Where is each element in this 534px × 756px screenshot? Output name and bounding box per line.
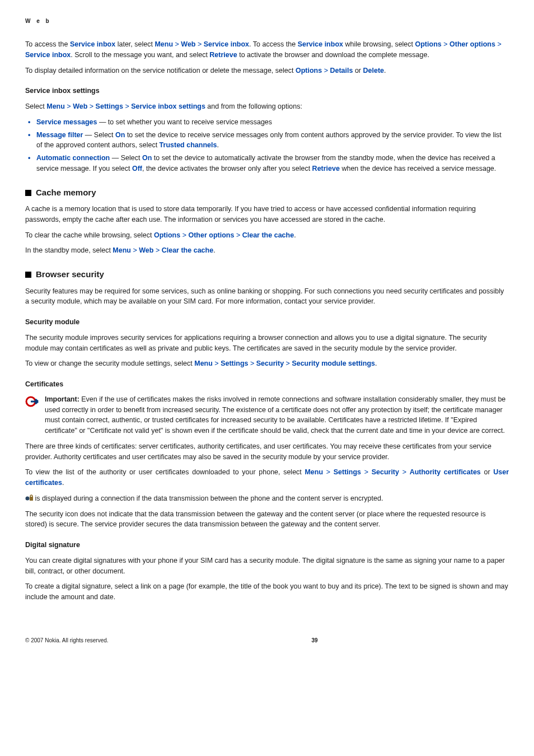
list-item: Message filter — Select On to set the de… xyxy=(25,130,509,151)
para-dsig-create: To create a digital signature, select a … xyxy=(25,581,509,603)
heading-text: Cache memory xyxy=(36,188,96,197)
text: To display detailed information on the s… xyxy=(25,67,296,74)
link-menu: Menu xyxy=(194,360,213,367)
text: or xyxy=(353,67,363,74)
separator: > xyxy=(133,246,137,254)
text: . xyxy=(62,479,64,487)
separator: > xyxy=(250,360,254,367)
separator: > xyxy=(286,360,290,367)
list-item: Service messages — to set whether you wa… xyxy=(25,117,509,128)
link-settings: Settings xyxy=(334,468,361,476)
link-web: Web xyxy=(181,40,195,48)
heading-cache-memory: Cache memory xyxy=(25,186,509,199)
para-security-icon-note: The security icon does not indicate that… xyxy=(25,509,509,530)
heading-certificates: Certificates xyxy=(25,379,509,390)
separator: > xyxy=(156,246,160,254)
separator: > xyxy=(125,102,129,110)
para-secmod-settings: To view or change the security module se… xyxy=(25,358,509,369)
link-details: Details xyxy=(330,67,353,74)
link-service-inbox: Service inbox xyxy=(204,40,249,48)
para-dsig-desc: You can create digital signatures with y… xyxy=(25,556,509,577)
important-label: Important: xyxy=(45,395,81,403)
link-clear-cache: Clear the cache xyxy=(242,231,294,239)
link-message-filter: Message filter xyxy=(36,131,83,139)
link-menu: Menu xyxy=(46,102,65,110)
text: . xyxy=(294,231,296,239)
text: To view or change the security module se… xyxy=(25,360,194,367)
list-item: Automatic connection — Select On to set … xyxy=(25,153,509,174)
link-other-options: Other options xyxy=(188,231,234,239)
link-menu: Menu xyxy=(154,40,173,48)
link-menu: Menu xyxy=(113,246,131,254)
link-service-inbox: Service inbox xyxy=(298,40,343,48)
heading-security-module: Security module xyxy=(25,317,509,328)
square-icon xyxy=(25,272,31,278)
link-retrieve: Retrieve xyxy=(312,165,340,172)
link-menu: Menu xyxy=(305,468,323,476)
link-settings: Settings xyxy=(221,360,248,367)
separator: > xyxy=(90,102,93,110)
para-security-icon-displayed: is displayed during a connection if the … xyxy=(25,493,509,504)
text: , the device activates the browser only … xyxy=(142,165,312,172)
link-settings: Settings xyxy=(96,102,123,110)
text: . To access the xyxy=(249,40,298,48)
text: To access the xyxy=(25,40,70,48)
text: to activate the browser and download the… xyxy=(237,51,429,59)
text: — Select xyxy=(83,131,115,139)
link-service-messages: Service messages xyxy=(36,118,97,126)
page-footer: © 2007 Nokia. All rights reserved. 39 xyxy=(25,636,509,645)
page-header: W e b xyxy=(25,17,509,25)
separator: > xyxy=(236,231,240,239)
heading-digital-signature: Digital signature xyxy=(25,540,509,550)
text: To clear the cache while browsing, selec… xyxy=(25,231,154,239)
text: later, select xyxy=(115,40,154,48)
text: — Select xyxy=(110,154,142,162)
separator: > xyxy=(182,231,186,239)
text: Select xyxy=(25,102,46,110)
text: is displayed during a connection if the … xyxy=(33,494,383,502)
important-icon xyxy=(25,394,45,436)
link-clear-cache: Clear the cache xyxy=(162,246,213,254)
page-number: 39 xyxy=(311,636,317,645)
separator: > xyxy=(214,360,218,367)
text: In the standby mode, select xyxy=(25,246,113,254)
link-on: On xyxy=(142,154,152,162)
text: while browsing, select xyxy=(343,40,415,48)
link-security: Security xyxy=(256,360,284,367)
important-body: Even if the use of certificates makes th… xyxy=(45,395,505,435)
svg-point-1 xyxy=(26,496,30,500)
link-retrieve: Retrieve xyxy=(209,51,237,59)
para-display-info: To display detailed information on the s… xyxy=(25,66,509,76)
link-service-inbox: Service inbox xyxy=(25,51,71,59)
footer-spacer xyxy=(318,636,509,645)
separator: > xyxy=(198,40,202,48)
text: . xyxy=(217,141,218,149)
separator: > xyxy=(324,67,328,74)
separator: > xyxy=(497,40,501,48)
link-service-inbox-settings: Service inbox settings xyxy=(131,102,205,110)
link-web: Web xyxy=(73,102,87,110)
para-cert-view: To view the list of the authority or use… xyxy=(25,467,509,488)
link-off: Off xyxy=(132,165,142,172)
text: . xyxy=(375,360,377,367)
settings-list: Service messages — to set whether you wa… xyxy=(25,117,509,174)
link-trusted-channels: Trusted channels xyxy=(160,141,217,149)
para-access-inbox: To access the Service inbox later, selec… xyxy=(25,39,509,60)
text: — to set whether you want to receive ser… xyxy=(97,118,272,126)
lock-icon xyxy=(25,494,33,501)
link-other-options: Other options xyxy=(449,40,495,48)
copyright: © 2007 Nokia. All rights reserved. xyxy=(25,636,216,645)
link-on: On xyxy=(115,131,125,139)
separator: > xyxy=(326,468,330,476)
square-icon xyxy=(25,190,31,196)
separator: > xyxy=(402,468,406,476)
text: and from the following options: xyxy=(205,102,302,110)
heading-service-inbox-settings: Service inbox settings xyxy=(25,86,509,96)
heading-text: Browser security xyxy=(36,269,104,279)
para-select-settings: Select Menu > Web > Settings > Service i… xyxy=(25,101,509,112)
link-options: Options xyxy=(415,40,442,48)
link-automatic-connection: Automatic connection xyxy=(36,154,110,162)
heading-browser-security: Browser security xyxy=(25,268,509,281)
para-clear-cache-standby: In the standby mode, select Menu > Web >… xyxy=(25,245,509,256)
link-authority-certificates: Authority certificates xyxy=(410,468,481,476)
